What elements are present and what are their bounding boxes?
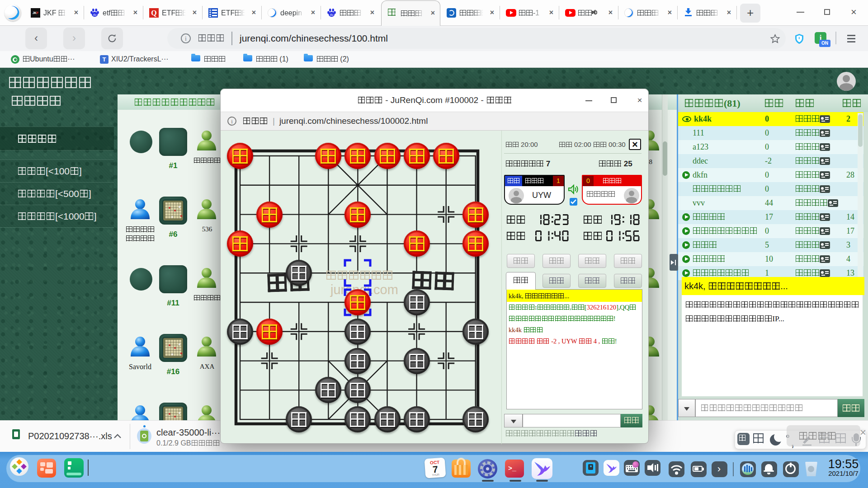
svg-text:du: du	[330, 13, 334, 16]
svg-text:du: du	[93, 13, 97, 16]
